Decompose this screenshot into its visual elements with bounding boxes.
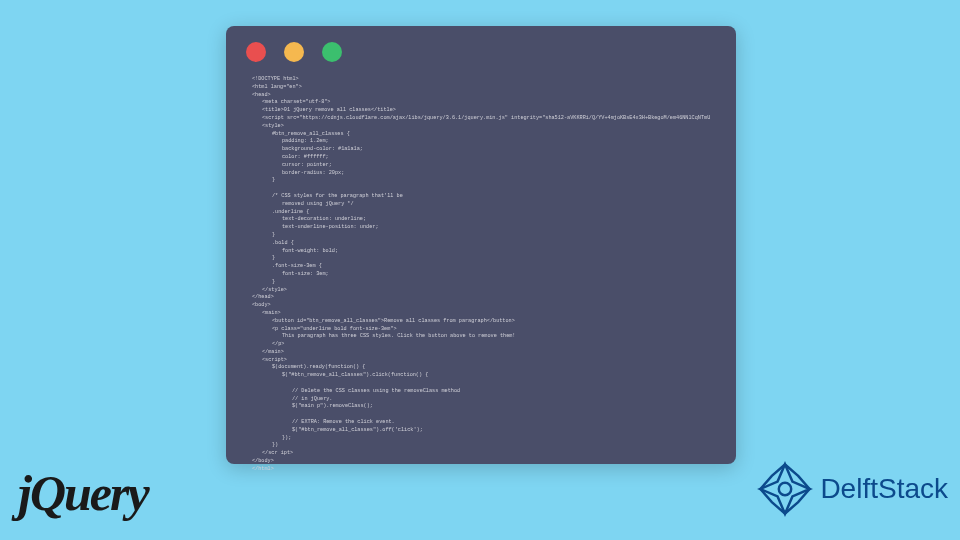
code-line [252,411,710,419]
code-line: </main> [252,349,710,357]
code-line: </p> [252,341,710,349]
jquery-logo: jQuery [18,464,148,522]
code-line: This paragraph has three CSS styles. Cli… [252,333,710,341]
code-line: }) [252,442,710,450]
code-line: </head> [252,294,710,302]
code-line: removed using jQuery */ [252,201,710,209]
code-line: .underline { [252,209,710,217]
code-line [252,185,710,193]
code-line: </html> [252,466,710,474]
code-line: <head> [252,92,710,100]
code-line: </body> [252,458,710,466]
star-icon [754,458,816,520]
code-line: $("#btn_remove_all_classes").click(funct… [252,372,710,380]
code-content: <!DOCTYPE html><html lang="en"><head><me… [226,72,736,484]
delftstack-logo: DelftStack [754,458,948,520]
code-line: .font-size-3em { [252,263,710,271]
code-line: <title>01 jQuery remove all classes</tit… [252,107,710,115]
code-line: text-decoration: underline; [252,216,710,224]
code-line: $(document).ready(function() { [252,364,710,372]
code-editor-window: <!DOCTYPE html><html lang="en"><head><me… [226,26,736,464]
code-line: </style> [252,287,710,295]
code-line: border-radius: 20px; [252,170,710,178]
code-line: </scr ipt> [252,450,710,458]
code-line: font-size: 3em; [252,271,710,279]
code-line: } [252,232,710,240]
code-line: text-underline-position: under; [252,224,710,232]
code-line: <meta charset="utf-8"> [252,99,710,107]
close-button[interactable] [246,42,266,62]
code-line: } [252,177,710,185]
window-controls [226,26,736,72]
code-line: #btn_remove_all_classes { [252,131,710,139]
code-line: $("#btn_remove_all_classes").off('click'… [252,427,710,435]
code-line: <!DOCTYPE html> [252,76,710,84]
maximize-button[interactable] [322,42,342,62]
code-line: background-color: #1a1a1a; [252,146,710,154]
delftstack-text: DelftStack [820,473,948,505]
code-line: cursor: pointer; [252,162,710,170]
code-line: } [252,279,710,287]
code-line [252,380,710,388]
code-line: <script> [252,357,710,365]
code-line: padding: 1.2em; [252,138,710,146]
code-line: } [252,255,710,263]
minimize-button[interactable] [284,42,304,62]
code-line: font-weight: bold; [252,248,710,256]
code-line: color: #ffffff; [252,154,710,162]
svg-point-2 [779,483,791,495]
code-line: /* CSS styles for the paragraph that'll … [252,193,710,201]
code-line: }); [252,435,710,443]
code-line: <script src="https://cdnjs.cloudflare.co… [252,115,710,123]
code-line: // Delete the CSS classes using the remo… [252,388,710,396]
code-line: <style> [252,123,710,131]
code-line: $("main p").removeClass(); [252,403,710,411]
svg-marker-0 [761,464,811,514]
code-line: <html lang="en"> [252,84,710,92]
svg-marker-1 [759,463,812,516]
code-line: <button id="btn_remove_all_classes">Remo… [252,318,710,326]
code-line: <body> [252,302,710,310]
code-line: // EXTRA: Remove the click event. [252,419,710,427]
code-line: // in jQuery. [252,396,710,404]
code-line: .bold { [252,240,710,248]
code-line: <p class="underline bold font-size-3em"> [252,326,710,334]
code-line: <main> [252,310,710,318]
